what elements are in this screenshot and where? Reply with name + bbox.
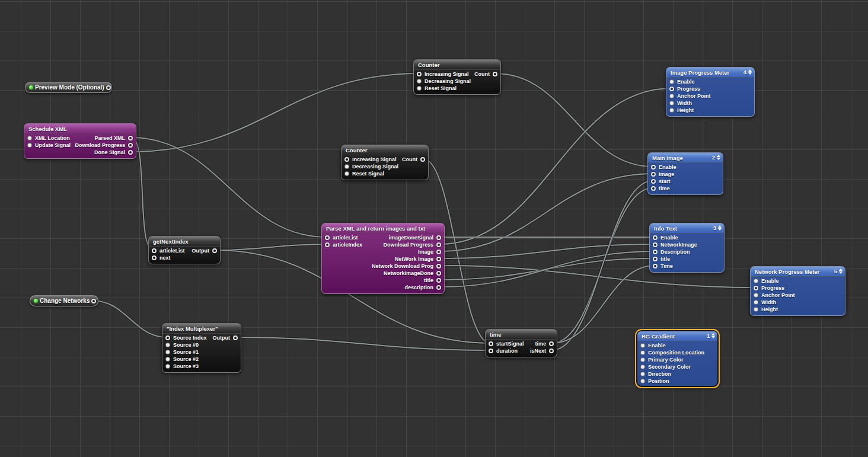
node-preview-mode[interactable]: Preview Mode (Optional) [25,82,112,93]
node-titlebar[interactable]: BG Gradient1 [637,331,717,341]
wire-connection[interactable] [439,88,671,244]
node-titlebar[interactable]: Image Progress Meter4 [666,68,754,78]
input-port-title[interactable] [653,257,658,261]
input-port-time[interactable] [651,186,656,191]
node-info-text[interactable]: Info Text3EnableNetworkImageDescriptiont… [649,223,725,273]
node-titlebar[interactable]: Counter [414,60,500,70]
output-port-done-signal[interactable] [128,150,133,155]
input-port-enable[interactable] [754,279,758,283]
input-port-next[interactable] [152,255,157,260]
patch-editor-canvas[interactable]: Preview Mode (Optional)Schedule XMLXML L… [0,0,868,457]
wire-connection[interactable] [552,188,653,343]
input-port-source-0[interactable] [165,343,170,347]
node-change-networks[interactable]: Change Networks [30,295,98,306]
node-counter-mid[interactable]: CounterIncreasing SignalDecreasing Signa… [341,145,429,180]
node-image-progress-meter[interactable]: Image Progress Meter4EnableProgressAncho… [666,67,755,117]
output-port-description[interactable] [436,285,441,290]
stepper-arrows-icon[interactable] [748,69,752,75]
output-port-network-image[interactable] [436,257,441,261]
node-parse-xml[interactable]: Parse XML and return images and txtartic… [321,223,445,294]
output-port-output[interactable] [212,248,217,253]
input-port-decreasing-signal[interactable] [344,164,349,169]
wire-connection[interactable] [439,258,655,280]
wire-connection[interactable] [439,251,655,287]
input-port-startsignal[interactable] [489,341,493,346]
node-titlebar[interactable]: Info Text3 [650,223,724,234]
wire-connection[interactable] [215,244,327,250]
output-port-download-progress[interactable] [436,242,441,247]
output-port-imagedonesignal[interactable] [436,235,441,240]
input-port-height[interactable] [754,307,758,312]
input-port-composition-location[interactable] [640,350,645,355]
input-port-networkimage[interactable] [653,242,658,247]
node-titlebar[interactable]: Schedule XML [24,124,136,134]
wire-connection[interactable] [93,301,167,338]
node-titlebar[interactable]: getNextIndex [149,237,220,247]
input-port-articlelist[interactable] [325,235,330,240]
node-titlebar[interactable]: Counter [342,145,428,155]
input-port-reset-signal[interactable] [344,171,349,176]
input-port-source-1[interactable] [165,350,170,354]
node-network-progress-meter[interactable]: Network Progress Meter5EnableProgressAnc… [750,266,845,316]
input-port-update-signal[interactable] [27,143,32,148]
node-get-next-index[interactable]: getNextIndexarticleListnextOutput [148,236,221,264]
node-time[interactable]: timestartSignaldurationtimeisNext [485,329,557,357]
input-port-progress[interactable] [669,87,674,91]
output-port-time[interactable] [549,341,554,346]
input-port-enable[interactable] [640,343,645,348]
output-port-download-progress[interactable] [128,143,133,148]
layer-order-stepper[interactable]: 5 [834,268,843,274]
input-port-articleindex[interactable] [325,242,330,247]
input-port-start[interactable] [651,179,656,184]
input-port-duration[interactable] [489,349,493,353]
layer-order-stepper[interactable]: 1 [707,333,715,339]
input-port-width[interactable] [754,300,758,305]
output-port-image[interactable] [436,250,441,254]
input-port-articlelist[interactable] [152,248,157,253]
input-port-increasing-signal[interactable] [417,72,422,76]
stepper-arrows-icon[interactable] [711,333,715,338]
wire-connection[interactable] [496,73,653,167]
input-port-anchor-point[interactable] [754,293,758,298]
input-port-enable[interactable] [669,79,674,84]
input-port-source-index[interactable] [165,335,170,340]
input-port-height[interactable] [669,108,674,113]
wire-connection[interactable] [131,138,327,237]
input-port-secondary-color[interactable] [640,365,645,369]
input-port-width[interactable] [669,101,674,106]
node-index-multiplexer[interactable]: "Index Multiplexer"Source IndexSource #0… [162,323,241,373]
output-port[interactable] [106,85,111,90]
input-port-primary-color[interactable] [640,357,645,362]
stepper-arrows-icon[interactable] [839,269,843,274]
input-port-enable[interactable] [651,165,656,170]
input-port-time[interactable] [653,264,658,269]
input-port-enable[interactable] [653,235,658,240]
node-titlebar[interactable]: Main Image2 [648,153,723,163]
wire-connection[interactable] [131,73,419,152]
node-titlebar[interactable]: time [486,330,557,340]
input-port-source-2[interactable] [165,357,170,362]
node-main-image[interactable]: Main Image2Enableimagestarttime [647,152,723,195]
node-bg-gradient[interactable]: BG Gradient1EnableComposition LocationPr… [636,330,719,387]
output-port-parsed-xml[interactable] [128,136,133,140]
input-port-description[interactable] [653,250,658,254]
input-port-position[interactable] [640,379,645,384]
input-port-anchor-point[interactable] [669,94,674,98]
input-port-direction[interactable] [640,372,645,376]
input-port-source-3[interactable] [165,364,170,369]
node-counter-top[interactable]: CounterIncreasing SignalDecreasing Signa… [413,59,501,95]
output-port-count[interactable] [493,72,497,76]
input-port-reset-signal[interactable] [417,86,422,91]
output-port-network-download-prog[interactable] [436,264,441,269]
layer-order-stepper[interactable]: 4 [743,69,752,75]
wire-connection[interactable] [236,337,490,350]
stepper-arrows-icon[interactable] [717,155,720,160]
input-port-progress[interactable] [754,286,758,290]
wire-connection[interactable] [439,244,655,258]
wire-connection[interactable] [439,174,653,251]
node-titlebar[interactable]: Parse XML and return images and txt [322,223,444,234]
input-port-xml-location[interactable] [27,136,32,140]
input-port-image[interactable] [651,172,656,177]
stepper-arrows-icon[interactable] [718,225,722,231]
node-titlebar[interactable]: Network Progress Meter5 [751,267,845,277]
